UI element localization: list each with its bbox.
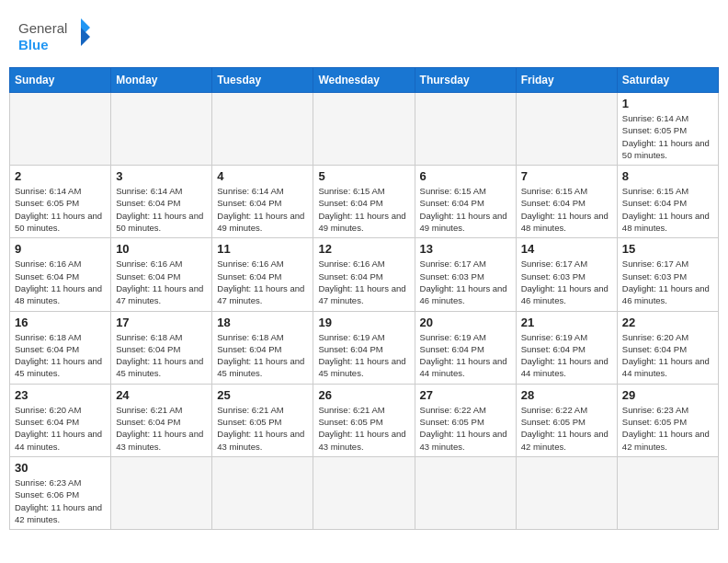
day-info: Sunrise: 6:17 AMSunset: 6:03 PMDaylight:… [622, 258, 713, 306]
day-info: Sunrise: 6:17 AMSunset: 6:03 PMDaylight:… [521, 258, 612, 306]
day-info: Sunrise: 6:14 AMSunset: 6:05 PMDaylight:… [15, 185, 106, 234]
calendar-week-4: 16Sunrise: 6:18 AMSunset: 6:04 PMDayligh… [10, 311, 719, 384]
calendar-cell [10, 93, 111, 166]
calendar-cell: 30Sunrise: 6:23 AMSunset: 6:06 PMDayligh… [10, 456, 111, 529]
day-number: 25 [217, 388, 308, 402]
day-number: 1 [622, 97, 713, 110]
day-number: 27 [420, 388, 511, 402]
day-number: 15 [622, 242, 713, 256]
calendar-cell: 6Sunrise: 6:15 AMSunset: 6:04 PMDaylight… [415, 166, 516, 238]
day-info: Sunrise: 6:17 AMSunset: 6:03 PMDaylight:… [420, 258, 511, 306]
day-number: 12 [318, 242, 409, 256]
calendar-cell: 10Sunrise: 6:16 AMSunset: 6:04 PMDayligh… [111, 238, 212, 311]
day-number: 30 [15, 461, 106, 475]
day-info: Sunrise: 6:14 AMSunset: 6:05 PMDaylight:… [622, 112, 713, 161]
calendar-week-2: 2Sunrise: 6:14 AMSunset: 6:05 PMDaylight… [10, 166, 719, 238]
calendar-cell: 15Sunrise: 6:17 AMSunset: 6:03 PMDayligh… [617, 238, 718, 311]
day-number: 23 [15, 388, 106, 402]
calendar-cell: 11Sunrise: 6:16 AMSunset: 6:04 PMDayligh… [212, 238, 313, 311]
day-info: Sunrise: 6:23 AMSunset: 6:06 PMDaylight:… [15, 477, 106, 525]
day-number: 28 [521, 388, 612, 402]
calendar-cell: 4Sunrise: 6:14 AMSunset: 6:04 PMDaylight… [212, 166, 313, 238]
calendar-cell: 2Sunrise: 6:14 AMSunset: 6:05 PMDaylight… [10, 166, 111, 238]
calendar-cell [313, 93, 415, 166]
day-number: 24 [116, 388, 207, 402]
weekday-sunday: Sunday [10, 68, 111, 93]
calendar-cell: 24Sunrise: 6:21 AMSunset: 6:04 PMDayligh… [111, 384, 212, 456]
weekday-monday: Monday [111, 68, 212, 93]
day-info: Sunrise: 6:19 AMSunset: 6:04 PMDaylight:… [318, 331, 409, 380]
header: General Blue [0, 0, 728, 67]
calendar-cell [516, 93, 617, 166]
day-number: 6 [420, 169, 511, 183]
day-number: 5 [318, 169, 409, 183]
calendar-cell [617, 456, 718, 529]
day-info: Sunrise: 6:21 AMSunset: 6:05 PMDaylight:… [318, 404, 409, 453]
calendar-cell [212, 93, 313, 166]
day-info: Sunrise: 6:14 AMSunset: 6:04 PMDaylight:… [116, 185, 207, 234]
calendar-cell: 12Sunrise: 6:16 AMSunset: 6:04 PMDayligh… [313, 238, 415, 311]
weekday-saturday: Saturday [617, 68, 718, 93]
day-number: 3 [116, 169, 207, 183]
day-number: 22 [622, 316, 713, 329]
calendar-cell: 13Sunrise: 6:17 AMSunset: 6:03 PMDayligh… [415, 238, 516, 311]
day-info: Sunrise: 6:23 AMSunset: 6:05 PMDaylight:… [622, 404, 713, 453]
page: General Blue SundayMondayTuesdayWednesda… [0, 0, 728, 563]
day-number: 29 [622, 388, 713, 402]
calendar-cell: 17Sunrise: 6:18 AMSunset: 6:04 PMDayligh… [111, 311, 212, 384]
calendar-cell: 5Sunrise: 6:15 AMSunset: 6:04 PMDaylight… [313, 166, 415, 238]
calendar-cell: 26Sunrise: 6:21 AMSunset: 6:05 PMDayligh… [313, 384, 415, 456]
calendar-week-3: 9Sunrise: 6:16 AMSunset: 6:04 PMDaylight… [10, 238, 719, 311]
day-info: Sunrise: 6:22 AMSunset: 6:05 PMDaylight:… [420, 404, 511, 453]
svg-text:Blue: Blue [18, 37, 49, 52]
weekday-wednesday: Wednesday [313, 68, 415, 93]
calendar-cell: 7Sunrise: 6:15 AMSunset: 6:04 PMDaylight… [516, 166, 617, 238]
day-number: 21 [521, 316, 612, 329]
weekday-header-row: SundayMondayTuesdayWednesdayThursdayFrid… [10, 68, 719, 93]
calendar-cell: 16Sunrise: 6:18 AMSunset: 6:04 PMDayligh… [10, 311, 111, 384]
calendar-cell: 27Sunrise: 6:22 AMSunset: 6:05 PMDayligh… [415, 384, 516, 456]
calendar-week-6: 30Sunrise: 6:23 AMSunset: 6:06 PMDayligh… [10, 456, 719, 529]
day-number: 19 [318, 316, 409, 329]
day-info: Sunrise: 6:18 AMSunset: 6:04 PMDaylight:… [217, 331, 308, 380]
day-number: 8 [622, 169, 713, 183]
day-info: Sunrise: 6:22 AMSunset: 6:05 PMDaylight:… [521, 404, 612, 453]
calendar-cell: 19Sunrise: 6:19 AMSunset: 6:04 PMDayligh… [313, 311, 415, 384]
calendar-cell [111, 456, 212, 529]
day-info: Sunrise: 6:18 AMSunset: 6:04 PMDaylight:… [15, 331, 106, 380]
day-info: Sunrise: 6:16 AMSunset: 6:04 PMDaylight:… [318, 258, 409, 306]
calendar-cell [111, 93, 212, 166]
calendar-cell [516, 456, 617, 529]
calendar-cell: 21Sunrise: 6:19 AMSunset: 6:04 PMDayligh… [516, 311, 617, 384]
day-info: Sunrise: 6:16 AMSunset: 6:04 PMDaylight:… [116, 258, 207, 306]
calendar-cell: 28Sunrise: 6:22 AMSunset: 6:05 PMDayligh… [516, 384, 617, 456]
day-info: Sunrise: 6:20 AMSunset: 6:04 PMDaylight:… [622, 331, 713, 380]
calendar-cell: 3Sunrise: 6:14 AMSunset: 6:04 PMDaylight… [111, 166, 212, 238]
day-number: 4 [217, 169, 308, 183]
calendar-cell: 8Sunrise: 6:15 AMSunset: 6:04 PMDaylight… [617, 166, 718, 238]
weekday-thursday: Thursday [415, 68, 516, 93]
day-info: Sunrise: 6:16 AMSunset: 6:04 PMDaylight:… [217, 258, 308, 306]
calendar-table: SundayMondayTuesdayWednesdayThursdayFrid… [9, 67, 719, 530]
calendar-cell: 25Sunrise: 6:21 AMSunset: 6:05 PMDayligh… [212, 384, 313, 456]
logo: General Blue [18, 17, 92, 58]
calendar-cell: 22Sunrise: 6:20 AMSunset: 6:04 PMDayligh… [617, 311, 718, 384]
calendar-cell: 9Sunrise: 6:16 AMSunset: 6:04 PMDaylight… [10, 238, 111, 311]
day-number: 16 [15, 316, 106, 329]
day-info: Sunrise: 6:15 AMSunset: 6:04 PMDaylight:… [622, 185, 713, 234]
day-number: 17 [116, 316, 207, 329]
calendar-cell [212, 456, 313, 529]
day-number: 7 [521, 169, 612, 183]
day-info: Sunrise: 6:19 AMSunset: 6:04 PMDaylight:… [420, 331, 511, 380]
day-number: 20 [420, 316, 511, 329]
day-info: Sunrise: 6:21 AMSunset: 6:04 PMDaylight:… [116, 404, 207, 453]
weekday-tuesday: Tuesday [212, 68, 313, 93]
day-info: Sunrise: 6:18 AMSunset: 6:04 PMDaylight:… [116, 331, 207, 380]
weekday-friday: Friday [516, 68, 617, 93]
day-info: Sunrise: 6:15 AMSunset: 6:04 PMDaylight:… [420, 185, 511, 234]
calendar-cell [415, 456, 516, 529]
day-info: Sunrise: 6:14 AMSunset: 6:04 PMDaylight:… [217, 185, 308, 234]
day-info: Sunrise: 6:19 AMSunset: 6:04 PMDaylight:… [521, 331, 612, 380]
day-number: 26 [318, 388, 409, 402]
calendar-cell: 14Sunrise: 6:17 AMSunset: 6:03 PMDayligh… [516, 238, 617, 311]
